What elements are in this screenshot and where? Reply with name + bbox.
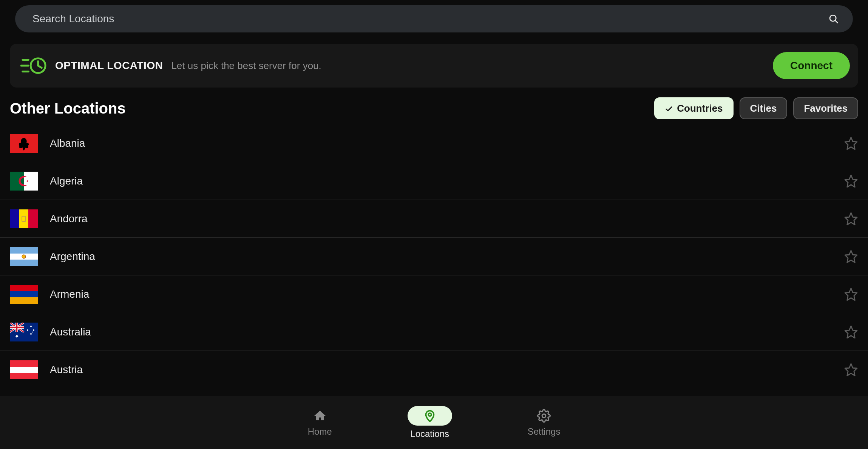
nav-locations[interactable]: Locations <box>408 406 452 439</box>
svg-point-43 <box>428 413 431 416</box>
svg-rect-26 <box>10 285 38 291</box>
svg-rect-13 <box>24 177 32 185</box>
home-icon <box>312 408 327 423</box>
list-item[interactable]: Armenia <box>0 275 868 313</box>
country-name: Andorra <box>50 213 88 225</box>
svg-point-36 <box>30 333 32 335</box>
location-pin-icon <box>408 406 452 426</box>
nav-settings-label: Settings <box>528 426 561 437</box>
app-root: OPTIMAL LOCATION Let us pick the best se… <box>0 0 868 449</box>
country-name: Algeria <box>50 175 83 187</box>
list-item[interactable]: Austria <box>0 351 868 389</box>
svg-point-35 <box>33 329 34 331</box>
flag-icon-austria <box>10 360 38 379</box>
check-icon <box>665 104 673 112</box>
svg-rect-39 <box>10 360 38 367</box>
svg-rect-10 <box>10 172 24 191</box>
list-item[interactable]: Andorra <box>0 200 868 238</box>
favorite-star-icon[interactable] <box>844 363 858 377</box>
svg-rect-18 <box>28 209 38 228</box>
favorite-star-icon[interactable] <box>844 212 858 226</box>
nav-home-label: Home <box>308 426 332 437</box>
favorite-star-icon[interactable] <box>844 287 858 301</box>
svg-point-34 <box>27 329 28 331</box>
svg-rect-41 <box>10 373 38 379</box>
nav-settings[interactable]: Settings <box>528 408 561 437</box>
connect-button[interactable]: Connect <box>773 52 850 79</box>
location-filter-tabs: Countries Cities Favorites <box>654 97 858 119</box>
other-locations-title: Other Locations <box>10 100 126 117</box>
country-name: Argentina <box>50 251 95 263</box>
flag-icon-armenia <box>10 285 38 304</box>
svg-point-24 <box>22 255 26 258</box>
optimal-location-banner: OPTIMAL LOCATION Let us pick the best se… <box>10 44 858 88</box>
favorite-star-icon[interactable] <box>844 174 858 188</box>
country-name: Albania <box>50 137 85 149</box>
bottom-navigation: Home Locations Settings <box>0 396 868 449</box>
svg-rect-40 <box>10 367 38 373</box>
flag-icon-algeria <box>10 172 38 191</box>
tab-countries[interactable]: Countries <box>654 97 733 119</box>
list-item[interactable]: Albania <box>0 125 868 162</box>
svg-line-7 <box>38 66 42 68</box>
flag-icon-argentina <box>10 247 38 266</box>
country-name: Armenia <box>50 288 89 300</box>
svg-point-33 <box>30 326 32 327</box>
flag-icon-australia <box>10 323 38 341</box>
tab-cities[interactable]: Cities <box>740 97 788 119</box>
optimal-location-subtitle: Let us pick the best server for you. <box>171 60 321 72</box>
svg-marker-38 <box>845 326 857 338</box>
nav-locations-label: Locations <box>410 429 449 439</box>
optimal-location-banner-wrap: OPTIMAL LOCATION Let us pick the best se… <box>0 32 868 88</box>
list-item[interactable]: Algeria <box>0 162 868 200</box>
country-name: Austria <box>50 364 83 376</box>
list-item[interactable]: Australia <box>0 313 868 351</box>
flag-icon-albania <box>10 134 38 153</box>
tab-favorites[interactable]: Favorites <box>793 97 858 119</box>
svg-marker-42 <box>845 364 857 376</box>
locations-section-header: Other Locations Countries Cities Favorit… <box>0 88 868 119</box>
search-icon[interactable] <box>828 13 839 25</box>
gear-icon <box>536 408 551 423</box>
optimal-location-title: OPTIMAL LOCATION <box>55 60 163 72</box>
svg-marker-9 <box>845 137 857 149</box>
favorite-star-icon[interactable] <box>844 249 858 264</box>
tab-favorites-label: Favorites <box>804 103 848 114</box>
optimal-location-icon <box>20 54 47 77</box>
svg-rect-28 <box>10 297 38 304</box>
search-bar[interactable] <box>15 5 853 32</box>
svg-marker-15 <box>845 175 857 187</box>
svg-rect-27 <box>10 291 38 297</box>
svg-point-44 <box>542 414 546 418</box>
svg-marker-20 <box>845 213 857 225</box>
flag-icon-andorra <box>10 209 38 228</box>
svg-point-37 <box>32 331 33 332</box>
svg-marker-29 <box>845 288 857 300</box>
svg-line-1 <box>835 20 838 23</box>
favorite-star-icon[interactable] <box>844 325 858 339</box>
tab-countries-label: Countries <box>677 103 723 114</box>
svg-rect-16 <box>10 209 19 228</box>
search-bar-container <box>0 0 868 32</box>
svg-rect-23 <box>10 260 38 266</box>
search-input[interactable] <box>32 12 828 25</box>
svg-rect-21 <box>10 247 38 254</box>
svg-marker-25 <box>845 251 857 263</box>
country-name: Australia <box>50 326 91 338</box>
country-list: Albania Algeria <box>0 125 868 396</box>
nav-home[interactable]: Home <box>308 408 332 437</box>
list-item[interactable]: Argentina <box>0 238 868 275</box>
favorite-star-icon[interactable] <box>844 136 858 151</box>
tab-cities-label: Cities <box>750 103 777 114</box>
svg-rect-17 <box>19 209 28 228</box>
